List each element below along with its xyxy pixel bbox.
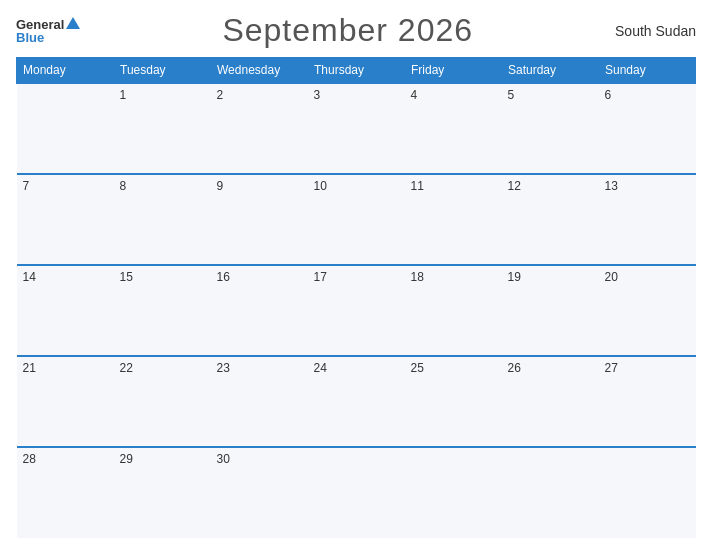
day-number: 16 <box>217 270 230 284</box>
logo: General Blue <box>16 18 80 44</box>
day-number: 22 <box>120 361 133 375</box>
weekday-header-saturday: Saturday <box>502 58 599 84</box>
calendar-day-empty <box>502 447 599 538</box>
calendar-title: September 2026 <box>222 12 473 49</box>
day-number: 15 <box>120 270 133 284</box>
day-number: 13 <box>605 179 618 193</box>
calendar-day-22: 22 <box>114 356 211 447</box>
day-number: 5 <box>508 88 515 102</box>
weekday-header-row: MondayTuesdayWednesdayThursdayFridaySatu… <box>17 58 696 84</box>
day-number: 27 <box>605 361 618 375</box>
calendar-day-27: 27 <box>599 356 696 447</box>
day-number: 17 <box>314 270 327 284</box>
day-number: 26 <box>508 361 521 375</box>
day-number: 3 <box>314 88 321 102</box>
weekday-header-tuesday: Tuesday <box>114 58 211 84</box>
calendar-day-28: 28 <box>17 447 114 538</box>
calendar-day-13: 13 <box>599 174 696 265</box>
calendar-day-21: 21 <box>17 356 114 447</box>
calendar-day-26: 26 <box>502 356 599 447</box>
day-number: 7 <box>23 179 30 193</box>
day-number: 20 <box>605 270 618 284</box>
calendar-day-empty <box>308 447 405 538</box>
calendar-day-3: 3 <box>308 83 405 174</box>
day-number: 8 <box>120 179 127 193</box>
calendar-day-15: 15 <box>114 265 211 356</box>
calendar-day-24: 24 <box>308 356 405 447</box>
calendar-week-row: 14151617181920 <box>17 265 696 356</box>
calendar-day-19: 19 <box>502 265 599 356</box>
calendar-day-9: 9 <box>211 174 308 265</box>
day-number: 19 <box>508 270 521 284</box>
calendar-day-18: 18 <box>405 265 502 356</box>
day-number: 11 <box>411 179 424 193</box>
calendar-day-empty <box>405 447 502 538</box>
calendar-day-16: 16 <box>211 265 308 356</box>
weekday-header-wednesday: Wednesday <box>211 58 308 84</box>
calendar-day-5: 5 <box>502 83 599 174</box>
calendar-day-empty <box>599 447 696 538</box>
day-number: 6 <box>605 88 612 102</box>
day-number: 1 <box>120 88 127 102</box>
calendar-week-row: 123456 <box>17 83 696 174</box>
logo-general-text: General <box>16 18 64 31</box>
day-number: 18 <box>411 270 424 284</box>
day-number: 29 <box>120 452 133 466</box>
logo-blue-text: Blue <box>16 31 44 44</box>
calendar-day-23: 23 <box>211 356 308 447</box>
calendar-day-1: 1 <box>114 83 211 174</box>
day-number: 25 <box>411 361 424 375</box>
calendar-day-11: 11 <box>405 174 502 265</box>
calendar-table: MondayTuesdayWednesdayThursdayFridaySatu… <box>16 57 696 538</box>
day-number: 21 <box>23 361 36 375</box>
calendar-week-row: 78910111213 <box>17 174 696 265</box>
calendar-day-20: 20 <box>599 265 696 356</box>
calendar-day-29: 29 <box>114 447 211 538</box>
day-number: 23 <box>217 361 230 375</box>
day-number: 28 <box>23 452 36 466</box>
calendar-day-2: 2 <box>211 83 308 174</box>
calendar-day-6: 6 <box>599 83 696 174</box>
weekday-header-thursday: Thursday <box>308 58 405 84</box>
calendar-day-25: 25 <box>405 356 502 447</box>
calendar-day-7: 7 <box>17 174 114 265</box>
calendar-week-row: 282930 <box>17 447 696 538</box>
day-number: 12 <box>508 179 521 193</box>
calendar-day-empty <box>17 83 114 174</box>
day-number: 24 <box>314 361 327 375</box>
day-number: 4 <box>411 88 418 102</box>
calendar-day-4: 4 <box>405 83 502 174</box>
day-number: 2 <box>217 88 224 102</box>
day-number: 9 <box>217 179 224 193</box>
day-number: 10 <box>314 179 327 193</box>
country-label: South Sudan <box>615 23 696 39</box>
calendar-week-row: 21222324252627 <box>17 356 696 447</box>
calendar-header: General Blue September 2026 South Sudan <box>16 12 696 49</box>
calendar-day-30: 30 <box>211 447 308 538</box>
day-number: 30 <box>217 452 230 466</box>
calendar-day-8: 8 <box>114 174 211 265</box>
weekday-header-monday: Monday <box>17 58 114 84</box>
weekday-header-sunday: Sunday <box>599 58 696 84</box>
day-number: 14 <box>23 270 36 284</box>
calendar-day-12: 12 <box>502 174 599 265</box>
weekday-header-friday: Friday <box>405 58 502 84</box>
calendar-day-17: 17 <box>308 265 405 356</box>
calendar-day-14: 14 <box>17 265 114 356</box>
logo-triangle-icon <box>66 17 80 29</box>
calendar-day-10: 10 <box>308 174 405 265</box>
